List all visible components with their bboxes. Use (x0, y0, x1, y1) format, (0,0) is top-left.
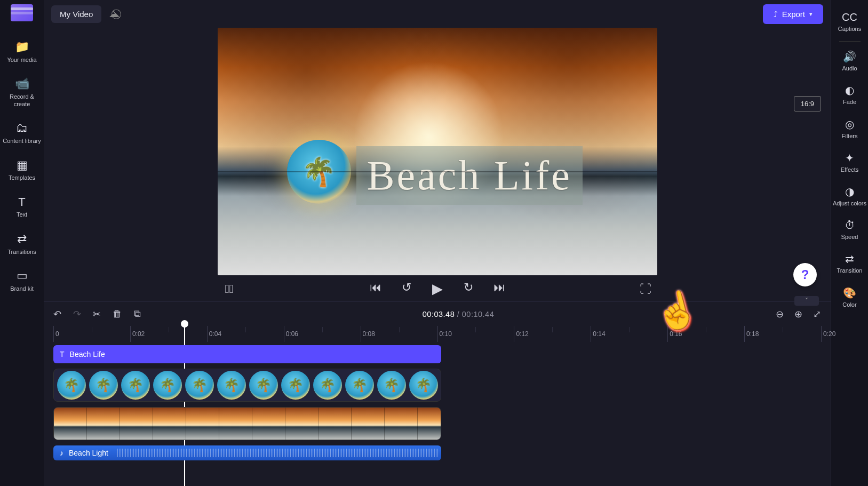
panel-adjust-colors[interactable]: ◑ Adjust colors (831, 180, 869, 212)
total-time: 00:10.44 (462, 310, 494, 318)
overlay-thumb: 🌴 (345, 371, 374, 400)
overlay-title: Beach Life (356, 146, 583, 205)
export-label: Export (782, 10, 805, 19)
speaker-icon: 🔊 (843, 50, 856, 63)
divider (839, 41, 861, 42)
video-thumb (385, 407, 418, 440)
text-track-clip[interactable]: T Beach Life (53, 345, 441, 363)
panel-label: Speed (841, 234, 858, 241)
overlay-thumb: 🌴 (89, 371, 118, 400)
ruler-tick-label: 0:06 (286, 330, 298, 338)
video-thumb (120, 407, 153, 440)
export-button[interactable]: ⤴ Export ▾ (763, 4, 823, 24)
nav-your-media[interactable]: 📁 Your media (0, 34, 44, 69)
zoom-in-icon[interactable]: ⊕ (794, 308, 802, 320)
camera-icon: 📹 (15, 76, 29, 91)
ruler-tick-label: 0:02 (132, 330, 145, 338)
help-button[interactable]: ? (793, 263, 817, 286)
ruler-tick-label: 0:20 (823, 330, 835, 338)
text-clip-icon: T (60, 350, 65, 358)
overlay-thumb: 🌴 (217, 371, 246, 400)
audio-track-clip[interactable]: ♪ Beach Light (53, 445, 441, 460)
video-thumb (285, 407, 318, 440)
nav-record-create[interactable]: 📹 Record & create (0, 71, 44, 113)
panel-audio[interactable]: 🔊 Audio (831, 45, 869, 77)
panel-fade[interactable]: ◐ Fade (831, 78, 869, 111)
panel-effects[interactable]: ✦ Effects (831, 146, 869, 179)
nav-brand-kit[interactable]: ▭ Brand kit (0, 263, 44, 298)
zoom-out-icon[interactable]: ⊖ (776, 308, 784, 320)
audio-clip-label: Beach Light (69, 449, 108, 457)
redo-icon[interactable]: ↷ (73, 308, 81, 320)
panel-label: Fade (843, 99, 856, 106)
video-thumb (318, 407, 352, 440)
captions-icon: CC (842, 11, 857, 23)
overlay-thumb: 🌴 (57, 371, 86, 400)
panel-label: Adjust colors (833, 200, 866, 207)
app-logo[interactable] (11, 4, 33, 21)
palm-icon: 🌴 (301, 156, 336, 188)
adjust-colors-icon: ◑ (845, 185, 854, 198)
brandkit-icon: ▭ (17, 268, 28, 283)
ruler-tick-label: 0:10 (440, 330, 452, 338)
overlay-track-clip[interactable]: 🌴🌴🌴🌴🌴🌴🌴🌴🌴🌴🌴🌴 (53, 369, 441, 402)
play-icon[interactable]: ▶ (429, 281, 446, 297)
panel-label: Captions (838, 26, 861, 33)
skip-forward-icon[interactable]: ⏭ (491, 281, 508, 297)
nav-text[interactable]: T Text (0, 189, 44, 224)
panel-label: Color (842, 301, 856, 308)
ruler-tick-label: 0:14 (593, 330, 605, 338)
nav-transitions[interactable]: ⇄ Transitions (0, 226, 44, 261)
panel-label: Filters (842, 133, 858, 140)
panel-filters[interactable]: ◎ Filters (831, 113, 869, 145)
timeline-tracks: T Beach Life 🌴🌴🌴🌴🌴🌴🌴🌴🌴🌴🌴🌴 ♪ Beach Light (44, 342, 831, 467)
forward-5-icon[interactable]: ↻ (460, 281, 477, 297)
safe-zone-toggle-icon[interactable]: ▢⃠ (221, 282, 238, 296)
timeline-toolbar: ↶ ↷ ✂ 🗑 ⧉ 00:03.48 / 00:10.44 ⊖ ⊕ ⤢ (44, 301, 831, 326)
panel-transition[interactable]: ⇄ Transition (831, 247, 869, 280)
nav-label: Your media (7, 57, 36, 64)
delete-icon[interactable]: 🗑 (113, 308, 122, 320)
undo-icon[interactable]: ↶ (53, 308, 61, 320)
video-thumb (153, 407, 186, 440)
preview-panel: 16:9 🌴 Beach Life ▢⃠ ⏮ ↺ ▶ ↻ ⏭ ⛶ ? ˅ (44, 28, 831, 301)
timeline-ruler[interactable]: 00:020:040:060:080:100:120:140:160:180:2… (44, 326, 831, 342)
ruler-tick-label: 0:04 (209, 330, 221, 338)
collapse-preview-icon[interactable]: ˅ (794, 296, 819, 306)
overlay-thumb: 🌴 (409, 371, 438, 400)
project-title[interactable]: My Video (51, 5, 101, 23)
skip-back-icon[interactable]: ⏮ (367, 281, 384, 297)
grid-icon: ▦ (17, 158, 28, 173)
panel-captions[interactable]: CC Captions (831, 5, 869, 38)
filters-icon: ◎ (845, 118, 854, 131)
video-thumb (87, 407, 120, 440)
panel-speed[interactable]: ⏱ Speed (831, 213, 869, 246)
zoom-fit-icon[interactable]: ⤢ (813, 308, 821, 320)
rewind-5-icon[interactable]: ↺ (398, 281, 415, 297)
split-icon[interactable]: ✂ (93, 308, 101, 320)
nav-templates[interactable]: ▦ Templates (0, 153, 44, 187)
overlay-logo: 🌴 (287, 140, 351, 204)
nav-label: Text (17, 211, 27, 219)
panel-label: Effects (841, 166, 858, 173)
time-separator: / (455, 310, 462, 318)
video-thumb (352, 407, 385, 440)
nav-content-library[interactable]: 🗂 Content library (0, 115, 44, 150)
cloud-sync-icon[interactable]: ☁︎⃠ (109, 8, 118, 20)
transition-icon: ⇄ (845, 252, 854, 265)
timecode: 00:03.48 / 00:10.44 (153, 310, 764, 318)
video-thumb (252, 407, 285, 440)
video-track-clip[interactable] (53, 407, 441, 440)
overlay-thumb: 🌴 (377, 371, 406, 400)
fullscreen-icon[interactable]: ⛶ (637, 282, 654, 296)
overlay-thumb: 🌴 (313, 371, 342, 400)
panel-color[interactable]: 🎨 Color (831, 281, 869, 314)
panel-label: Transition (837, 267, 863, 274)
text-clip-label: Beach Life (70, 350, 105, 358)
video-preview[interactable]: 🌴 Beach Life (218, 28, 657, 275)
duplicate-icon[interactable]: ⧉ (134, 308, 141, 320)
playback-controls: ▢⃠ ⏮ ↺ ▶ ↻ ⏭ ⛶ (218, 275, 657, 297)
aspect-ratio-button[interactable]: 16:9 (794, 96, 821, 111)
panel-label: Audio (842, 65, 857, 72)
ruler-tick-label: 0:12 (516, 330, 528, 338)
